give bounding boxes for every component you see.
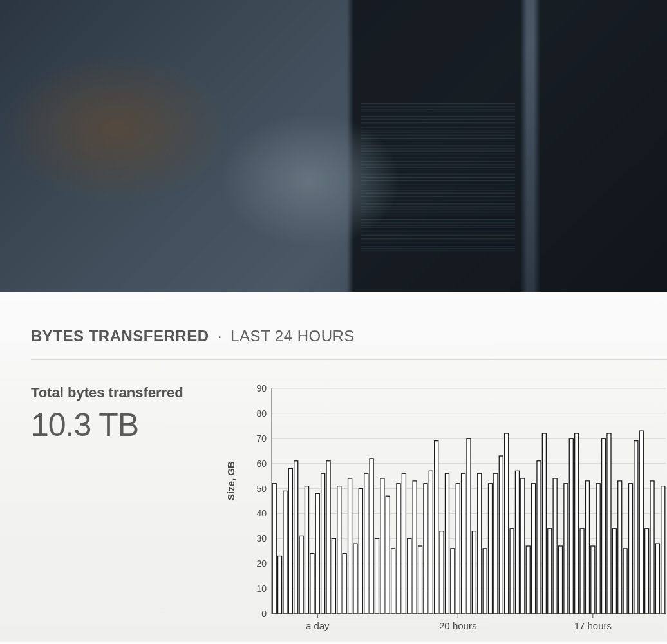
svg-rect-79 [591,546,595,614]
summary-block: Total bytes transferred 10.3 TB [31,384,224,642]
svg-rect-38 [370,459,373,614]
svg-rect-42 [391,549,395,614]
svg-rect-52 [445,473,449,614]
svg-rect-33 [343,554,346,614]
svg-rect-56 [467,439,471,614]
svg-rect-72 [553,478,557,614]
panel-title-sep: · [218,327,222,345]
svg-rect-44 [402,473,406,614]
svg-rect-91 [655,544,659,614]
svg-rect-37 [364,473,368,614]
svg-rect-88 [639,431,643,614]
svg-rect-41 [386,496,390,614]
panel-title: BYTES TRANSFERRED · LAST 24 HOURS [31,327,667,360]
svg-rect-22 [283,491,287,614]
svg-rect-87 [634,441,638,614]
svg-text:60: 60 [256,459,267,469]
svg-rect-71 [548,529,552,614]
svg-rect-75 [569,439,573,614]
svg-text:a day: a day [306,620,330,631]
svg-rect-67 [526,546,530,614]
svg-text:20 hours: 20 hours [439,620,476,631]
svg-rect-29 [321,473,325,614]
svg-text:20: 20 [256,558,267,569]
svg-rect-63 [505,433,509,614]
svg-rect-50 [435,441,438,614]
svg-rect-57 [472,531,476,614]
svg-rect-48 [424,484,427,614]
svg-rect-34 [348,478,352,614]
svg-rect-59 [483,549,487,614]
svg-rect-39 [375,538,379,614]
summary-label: Total bytes transferred [31,384,224,401]
svg-rect-62 [499,456,503,614]
svg-text:10: 10 [256,583,267,594]
svg-rect-86 [628,484,632,614]
svg-text:0: 0 [261,609,267,619]
svg-rect-49 [429,471,433,614]
svg-rect-45 [408,538,411,614]
svg-rect-60 [489,484,493,614]
svg-rect-77 [580,529,584,614]
svg-text:50: 50 [256,484,267,494]
svg-text:17 hours: 17 hours [574,620,612,631]
svg-text:70: 70 [256,433,267,444]
svg-rect-58 [478,473,482,614]
svg-text:80: 80 [256,408,267,419]
svg-rect-80 [596,484,600,614]
svg-rect-83 [612,529,616,614]
svg-text:40: 40 [256,508,267,518]
hero-photo [0,0,667,292]
svg-rect-64 [510,529,514,614]
svg-text:30: 30 [256,533,267,544]
svg-rect-85 [623,549,627,614]
svg-rect-89 [645,529,649,614]
svg-rect-66 [521,478,525,614]
svg-rect-68 [532,484,536,614]
svg-rect-24 [294,461,298,614]
svg-rect-43 [397,484,400,614]
bar-chart-svg: 0102030405060708090a day20 hours17 hours [243,384,667,642]
svg-rect-65 [515,471,519,614]
svg-rect-40 [380,478,384,614]
svg-rect-31 [332,538,335,614]
svg-rect-84 [618,481,622,614]
svg-rect-81 [602,439,606,614]
svg-rect-36 [359,489,362,614]
svg-rect-53 [451,549,455,614]
svg-rect-54 [456,484,460,614]
chart: Size, GB 0102030405060708090a day20 hour… [243,384,667,642]
svg-rect-28 [315,493,319,614]
svg-rect-82 [607,433,611,614]
svg-rect-76 [575,433,579,614]
svg-rect-69 [537,461,541,614]
svg-rect-47 [418,546,422,614]
panel-title-main: BYTES TRANSFERRED [31,327,209,345]
svg-rect-74 [564,484,568,614]
svg-rect-61 [494,473,498,614]
svg-rect-20 [272,484,276,614]
svg-rect-55 [462,473,465,614]
svg-rect-92 [661,486,665,614]
svg-text:90: 90 [256,384,267,393]
svg-rect-25 [299,536,303,614]
svg-rect-30 [326,461,330,614]
svg-rect-51 [440,531,444,614]
svg-rect-70 [542,433,546,614]
y-axis-label: Size, GB [225,461,236,500]
panel-title-range: LAST 24 HOURS [230,327,355,345]
svg-rect-73 [559,546,563,614]
svg-rect-27 [310,554,314,614]
svg-rect-46 [413,481,417,614]
svg-rect-26 [305,486,308,614]
bytes-transferred-panel: BYTES TRANSFERRED · LAST 24 HOURS Total … [0,292,667,642]
summary-value: 10.3 TB [31,406,224,444]
svg-rect-32 [337,486,341,614]
svg-rect-78 [585,481,589,614]
svg-rect-21 [278,556,282,614]
svg-rect-35 [353,544,357,614]
svg-rect-90 [650,481,654,614]
svg-rect-23 [288,468,292,614]
